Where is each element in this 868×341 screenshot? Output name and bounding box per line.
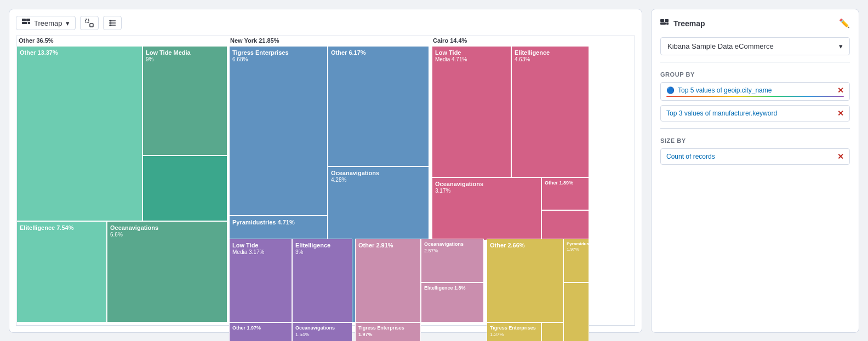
cell-ny-other[interactable]: Other 6.17% bbox=[328, 46, 429, 166]
selection-tool-button[interactable] bbox=[80, 16, 99, 30]
divider-2 bbox=[660, 128, 850, 129]
cell-marr-elitelligence[interactable]: Elitelligence 3% bbox=[292, 239, 352, 322]
region-label-cairo: Cairo 14.4% bbox=[433, 37, 467, 44]
divider-1 bbox=[660, 62, 850, 62]
chart-panel: Treemap ▾ bbox=[9, 9, 642, 333]
config-panel-header: Treemap ✏️ bbox=[660, 18, 850, 28]
chart-type-label: Treemap bbox=[34, 19, 62, 27]
region-label-newyork: New York 21.85% bbox=[230, 37, 279, 44]
cell-dubai-other[interactable]: Other 2.91% bbox=[355, 239, 421, 322]
group-by-value-1: Top 5 values of geoip.city_name bbox=[678, 86, 772, 94]
rainbow-bar bbox=[666, 96, 844, 97]
options-button[interactable] bbox=[103, 16, 122, 30]
group-by-field-2[interactable]: Top 3 values of manufacturer.keyword ✕ bbox=[660, 105, 850, 122]
cell-marr-oceanavigations[interactable]: Oceanavigations 1.54% bbox=[292, 322, 352, 341]
config-treemap-icon bbox=[660, 19, 669, 28]
cell-dubai-elitelligence[interactable]: Elitelligence 1.8% bbox=[421, 282, 484, 322]
cell-cairo-elitelligence[interactable]: Elitelligence 4.63% bbox=[511, 46, 589, 177]
datasource-dropdown[interactable]: Kibana Sample Data eCommerce ▾ bbox=[660, 37, 850, 55]
cell-cairo-oceanavigations[interactable]: Oceanavigations 3.17% bbox=[432, 177, 541, 240]
cell-ny-tigress[interactable]: Tigress Enterprises 6.68% bbox=[229, 46, 328, 216]
cell-cannes-small[interactable] bbox=[563, 282, 589, 341]
eraser-icon[interactable]: ✏️ bbox=[839, 18, 850, 28]
main-container: Treemap ▾ bbox=[9, 9, 859, 333]
datasource-label: Kibana Sample Data eCommerce bbox=[667, 42, 774, 50]
treemap-chart: Other 36.5% New York 21.85% Cairo 14.4% … bbox=[16, 36, 635, 326]
selection-icon bbox=[85, 19, 94, 27]
region-label-other: Other 36.5% bbox=[19, 37, 54, 44]
svg-point-5 bbox=[110, 20, 111, 22]
svg-point-6 bbox=[110, 22, 111, 24]
group-by-value-2: Top 3 values of manufacturer.keyword bbox=[666, 109, 777, 117]
cell-cairo-small[interactable] bbox=[541, 210, 589, 240]
db-icon: 🔵 bbox=[666, 86, 675, 94]
size-by-field[interactable]: Count of records ✕ bbox=[660, 148, 850, 165]
cell-cannes-tigress[interactable]: Tigress Enterprises 1.37% bbox=[487, 322, 541, 341]
cell-marr-lowtide[interactable]: Low Tide Media 3.17% bbox=[229, 239, 292, 322]
chart-type-selector[interactable]: Treemap ▾ bbox=[16, 16, 76, 30]
cell-dubai-oceanavigations[interactable]: Oceanavigations 2.57% bbox=[421, 239, 484, 282]
list-icon bbox=[108, 19, 117, 27]
size-by-value: Count of records bbox=[666, 153, 715, 160]
cell-cannes-gap[interactable] bbox=[541, 322, 563, 341]
datasource-chevron: ▾ bbox=[839, 42, 843, 50]
cell-cannes-other[interactable]: Other 2.66% bbox=[487, 239, 563, 322]
toolbar: Treemap ▾ bbox=[16, 16, 635, 30]
config-panel-title: Treemap bbox=[660, 19, 705, 28]
svg-rect-1 bbox=[90, 24, 93, 27]
treemap-icon bbox=[22, 19, 31, 27]
cell-other-other[interactable]: Other 13.37% bbox=[16, 46, 142, 221]
config-title: Treemap bbox=[673, 19, 705, 28]
group-by-field-1[interactable]: 🔵 Top 5 values of geoip.city_name ✕ bbox=[660, 82, 850, 101]
cell-cannes-pyramidustries[interactable]: Pyramidustries 1.97% bbox=[563, 239, 589, 282]
cell-cairo-lowtide[interactable]: Low Tide Media 4.71% bbox=[432, 46, 511, 177]
cell-cairo-other[interactable]: Other 1.89% bbox=[541, 177, 589, 210]
group-by-2-remove[interactable]: ✕ bbox=[837, 109, 844, 118]
svg-point-7 bbox=[110, 25, 111, 26]
group-by-1-remove[interactable]: ✕ bbox=[837, 86, 844, 95]
chevron-icon: ▾ bbox=[66, 19, 70, 27]
config-panel: Treemap ✏️ Kibana Sample Data eCommerce … bbox=[651, 9, 859, 333]
cell-other-lowtide[interactable]: Low Tide Media 9% bbox=[142, 46, 227, 155]
cell-other-oceanavigations[interactable]: Oceanavigations 6.6% bbox=[107, 221, 227, 322]
cell-dubai-tigress[interactable]: Tigress Enterprises 1.97% bbox=[355, 322, 421, 341]
svg-rect-0 bbox=[85, 19, 89, 22]
cell-marr-other[interactable]: Other 1.97% bbox=[229, 322, 292, 341]
cell-other-lowtide2[interactable] bbox=[142, 155, 227, 221]
size-by-label: Size by bbox=[660, 137, 850, 144]
size-by-remove[interactable]: ✕ bbox=[837, 152, 844, 161]
cell-other-elitelligence[interactable]: Elitelligence 7.54% bbox=[16, 221, 107, 322]
group-by-label: Group by bbox=[660, 71, 850, 78]
